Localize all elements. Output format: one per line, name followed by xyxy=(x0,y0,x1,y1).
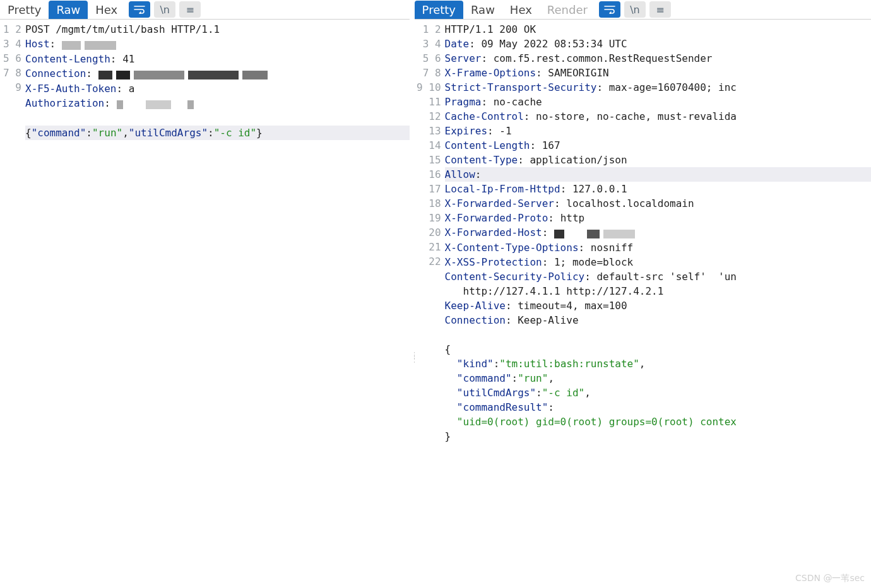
newline-button[interactable]: \n xyxy=(154,1,175,18)
request-gutter: 1 2 3 4 5 6 7 8 9 xyxy=(0,20,25,588)
redacted-fwd-host xyxy=(554,226,639,240)
wrap-button[interactable] xyxy=(599,1,620,18)
response-code[interactable]: HTTP/1.1 200 OK Date: 09 May 2022 08:53:… xyxy=(445,20,871,588)
tab-render[interactable]: Render xyxy=(540,1,595,19)
response-toolbar: Pretty Raw Hex Render \n ≡ xyxy=(415,0,871,19)
request-pane: Pretty Raw Hex \n ≡ 1 2 3 4 5 6 7 8 9 PO… xyxy=(0,0,410,588)
response-gutter: 1 2 3 4 5 6 7 8 9 10 11 12 13 14 15 16 1… xyxy=(415,20,445,588)
menu-button[interactable]: ≡ xyxy=(649,1,671,18)
hamburger-icon: ≡ xyxy=(656,4,664,16)
redacted-host xyxy=(62,37,120,52)
wrap-button[interactable] xyxy=(129,1,150,18)
newline-button[interactable]: \n xyxy=(624,1,646,18)
response-editor[interactable]: 1 2 3 4 5 6 7 8 9 10 11 12 13 14 15 16 1… xyxy=(415,19,871,588)
response-pane: Pretty Raw Hex Render \n ≡ 1 2 3 4 5 6 7… xyxy=(415,0,871,588)
request-editor[interactable]: 1 2 3 4 5 6 7 8 9 POST /mgmt/tm/util/bas… xyxy=(0,19,410,588)
menu-button[interactable]: ≡ xyxy=(179,1,201,18)
watermark: CSDN @一苇sec xyxy=(795,573,865,584)
tab-raw[interactable]: Raw xyxy=(463,1,502,19)
redacted-auth xyxy=(117,97,198,111)
tab-pretty[interactable]: Pretty xyxy=(0,1,49,19)
request-toolbar: Pretty Raw Hex \n ≡ xyxy=(0,0,410,19)
split-divider[interactable]: ⋮⋮ xyxy=(410,0,415,588)
request-code[interactable]: POST /mgmt/tm/util/bash HTTP/1.1 Host: C… xyxy=(25,20,410,588)
tab-hex[interactable]: Hex xyxy=(88,1,125,19)
tab-raw[interactable]: Raw xyxy=(49,1,88,19)
redacted-conn xyxy=(98,67,271,81)
tab-hex[interactable]: Hex xyxy=(502,1,540,19)
hamburger-icon: ≡ xyxy=(186,4,194,16)
tab-pretty[interactable]: Pretty xyxy=(415,1,463,19)
